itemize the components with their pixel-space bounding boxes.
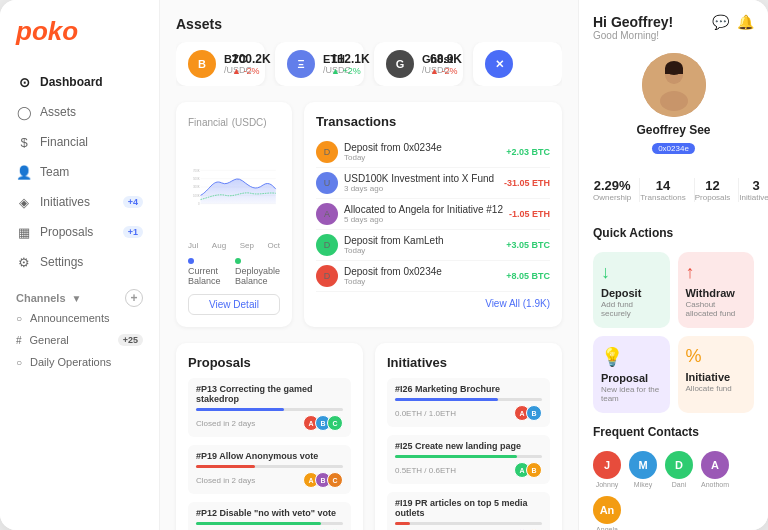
initiative-meta-0: 0.0ETH / 1.0ETH [395,409,456,418]
tx-name-1: USD100K Investment into X Fund [344,173,498,184]
initiative-bar-1 [395,455,542,458]
proposal-status-1: Closed in 2 days [196,476,255,485]
stat-val-3: 3 [739,178,768,193]
proposal-bar-0 [196,408,343,411]
asset-values-gh0st: 68.9K ▲ -2% [430,52,462,76]
assets-icon: ◯ [16,104,32,120]
channels-section[interactable]: Channels ▼ + [0,289,159,307]
quick-actions-grid: ↓ Deposit Add fund securely ↑ Withdraw C… [593,252,754,413]
qa-card-proposal[interactable]: 💡 Proposal New idea for the team [593,336,670,413]
channel-icon-daily-ops: ○ [16,357,22,368]
initiative-id-0: #I26 Marketing Brochure [395,384,542,394]
proposal-bar-fill-1 [196,465,255,468]
message-icon[interactable]: 💬 [712,14,729,30]
tx-info-4: Deposit from 0x0234e Today [344,266,500,286]
assets-row: B BTC /USDC 200.2K ▲ -2% Ξ ETH /USDC 112… [176,42,562,86]
proposal-item-2[interactable]: #P12 Disable "no with veto" vote Passed … [188,502,351,530]
sidebar-item-assets[interactable]: ◯ Assets [0,97,159,127]
asset-card-gh0st[interactable]: G Gh0st /USDC 68.9K ▲ -2% [374,42,463,86]
proposal-footer-0: Closed in 2 days ABC [196,415,343,431]
qa-card-deposit[interactable]: ↓ Deposit Add fund securely [593,252,670,328]
contact-item-1[interactable]: M Mikey [629,451,657,488]
asset-card-btc[interactable]: B BTC /USDC 200.2K ▲ -2% [176,42,265,86]
proposal-footer-1: Closed in 2 days ABC [196,472,343,488]
add-channel-button[interactable]: + [125,289,143,307]
contact-item-4[interactable]: An Angela [593,496,621,530]
qa-card-withdraw[interactable]: ↑ Withdraw Cashout allocated fund [678,252,755,328]
tx-date-2: 5 days ago [344,215,503,224]
app-container: poko ⊙ Dashboard ◯ Assets $ Financial 👤 … [0,0,768,530]
contact-item-3[interactable]: A Anothom [701,451,729,488]
qa-sub-proposal: New idea for the team [601,385,662,403]
initiative-footer-0: 0.0ETH / 1.0ETH AB [395,405,542,421]
tx-date-3: Today [344,246,500,255]
tx-name-3: Deposit from KamLeth [344,235,500,246]
bell-icon[interactable]: 🔔 [737,14,754,30]
channels-label: Channels [16,292,66,304]
contact-avatar-3: A [701,451,729,479]
initiative-item-1[interactable]: #I25 Create new landing page 0.5ETH / 0.… [387,435,550,484]
tx-avatar-2: A [316,203,338,225]
tx-avatar-1: U [316,172,338,194]
profile-section: Geoffrey See 0x0234e [593,53,754,154]
channel-item-announcements[interactable]: ○ Announcements [0,307,159,329]
initiative-bar-fill-2 [395,522,410,525]
proposal-item-1[interactable]: #P19 Allow Anonymous vote Closed in 2 da… [188,445,351,494]
proposal-bar-2 [196,522,343,525]
initiative-bar-2 [395,522,542,525]
svg-text:300K: 300K [193,185,200,189]
proposal-bar-fill-2 [196,522,321,525]
sidebar-item-financial[interactable]: $ Financial [0,127,159,157]
asset-card-eth[interactable]: Ξ ETH /USDC 112.1K ▲ +2% [275,42,364,86]
transactions-card: Transactions D Deposit from 0x0234e Toda… [304,102,562,327]
svg-text:700K: 700K [193,169,200,173]
initiative-item-2[interactable]: #I19 PR articles on top 5 media outlets … [387,492,550,530]
proposal-id-2: #P12 Disable "no with veto" vote [196,508,343,518]
svg-text:500K: 500K [193,177,200,181]
sidebar-item-proposals[interactable]: ▦ Proposals +1 [0,217,159,247]
qa-label-proposal: Proposal [601,372,662,384]
view-all-transactions[interactable]: View All (1.9K) [316,298,550,309]
sidebar-item-settings[interactable]: ⚙ Settings [0,247,159,277]
transactions-title: Transactions [316,114,550,129]
channel-item-daily-ops[interactable]: ○ Daily Operations [0,351,159,373]
tx-name-0: Deposit from 0x0234e [344,142,500,153]
sidebar-item-team[interactable]: 👤 Team [0,157,159,187]
sidebar-label-initiatives: Initiatives [40,195,90,209]
asset-value-eth: 112.1K [331,52,370,66]
financial-title: Financial (USDC) [188,114,280,129]
stat-item-3: 3 Initiatives [739,178,768,202]
asset-values-eth: 112.1K ▲ +2% [331,52,370,76]
qa-icon-initiative: % [686,346,747,367]
initiatives-card: Initiatives #I26 Marketing Brochure 0.0E… [375,343,562,530]
contact-item-0[interactable]: J Johnny [593,451,621,488]
proposal-item-0[interactable]: #P13 Correcting the gamed stakedrop Clos… [188,378,351,437]
greeting-morning: Good Morning! [593,30,673,41]
asset-icon-extra: ✕ [485,50,513,78]
tx-date-0: Today [344,153,500,162]
channel-icon-announcements: ○ [16,313,22,324]
channel-item-general[interactable]: # General +25 [0,329,159,351]
qa-card-initiative[interactable]: % Initiative Allocate fund [678,336,755,413]
contact-item-2[interactable]: D Dani [665,451,693,488]
team-icon: 👤 [16,164,32,180]
tx-date-1: 3 days ago [344,184,498,193]
asset-values-btc: 200.2K ▲ -2% [232,52,271,76]
initiative-item-0[interactable]: #I26 Marketing Brochure 0.0ETH / 1.0ETH … [387,378,550,427]
tx-date-4: Today [344,277,500,286]
asset-icon-eth: Ξ [287,50,315,78]
sidebar-label-team: Team [40,165,69,179]
initiatives-icon: ◈ [16,194,32,210]
asset-card-extra[interactable]: ✕ [473,42,562,86]
badge-proposals: +1 [123,226,143,238]
sidebar-item-initiatives[interactable]: ◈ Initiatives +4 [0,187,159,217]
tx-item-3: D Deposit from KamLeth Today +3.05 BTC [316,230,550,261]
tx-info-2: Allocated to Angela for Initiative #12 5… [344,204,503,224]
contact-name-1: Mikey [634,481,652,488]
proposal-id-1: #P19 Allow Anonymous vote [196,451,343,461]
stat-val-0: 2.29% [593,178,631,193]
initiatives-title: Initiatives [387,355,550,370]
view-detail-button[interactable]: View Detail [188,294,280,315]
sidebar-item-dashboard[interactable]: ⊙ Dashboard [0,67,159,97]
main-content: Assets B BTC /USDC 200.2K ▲ -2% Ξ ETH /U… [160,0,578,530]
